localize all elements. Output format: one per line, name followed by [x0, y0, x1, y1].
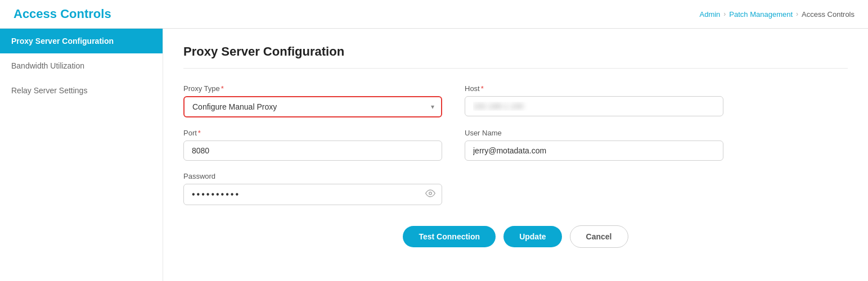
form-group-host: Host* [465, 84, 723, 117]
password-input[interactable] [183, 184, 442, 205]
breadcrumb-sep-1: › [723, 10, 726, 18]
port-required: * [198, 129, 201, 137]
svg-point-0 [429, 192, 432, 195]
form-group-port: Port* [183, 129, 442, 161]
cancel-button[interactable]: Cancel [570, 225, 628, 248]
eye-icon[interactable] [425, 188, 435, 201]
form-group-username: User Name [465, 129, 723, 161]
sidebar: Proxy Server Configuration Bandwidth Uti… [0, 29, 163, 281]
host-required: * [481, 84, 484, 93]
sidebar-item-bandwidth[interactable]: Bandwidth Utilization [0, 53, 163, 78]
test-connection-button[interactable]: Test Connection [403, 226, 496, 247]
main-content: Proxy Server Configuration Proxy Type* C… [163, 29, 868, 281]
section-title: Proxy Server Configuration [183, 44, 848, 69]
breadcrumb-patch-management[interactable]: Patch Management [729, 10, 793, 19]
form-group-proxy-type: Proxy Type* Configure Manual Proxy No Pr… [183, 84, 442, 117]
breadcrumb-current: Access Controls [802, 10, 854, 19]
proxy-type-label: Proxy Type* [183, 84, 442, 93]
update-button[interactable]: Update [503, 226, 561, 247]
password-wrapper [183, 184, 442, 205]
port-input[interactable] [183, 140, 442, 161]
username-label: User Name [465, 129, 723, 137]
sidebar-item-relay-server[interactable]: Relay Server Settings [0, 78, 163, 103]
form-grid: Proxy Type* Configure Manual Proxy No Pr… [183, 84, 723, 205]
proxy-type-select[interactable]: Configure Manual Proxy No Proxy Use Syst… [185, 97, 441, 116]
header: Access Controls Admin › Patch Management… [0, 0, 868, 29]
form-group-password: Password [183, 172, 442, 205]
breadcrumb: Admin › Patch Management › Access Contro… [699, 10, 854, 19]
password-label: Password [183, 172, 442, 180]
username-input[interactable] [465, 140, 723, 161]
host-label: Host* [465, 84, 723, 93]
breadcrumb-admin[interactable]: Admin [699, 10, 720, 19]
host-input[interactable] [465, 96, 723, 116]
page-wrapper: Access Controls Admin › Patch Management… [0, 0, 868, 281]
buttons-row: Test Connection Update Cancel [183, 225, 848, 248]
breadcrumb-sep-2: › [796, 10, 798, 18]
port-label: Port* [183, 129, 442, 137]
sidebar-item-proxy-server[interactable]: Proxy Server Configuration [0, 29, 163, 53]
content-area: Proxy Server Configuration Bandwidth Uti… [0, 29, 868, 281]
proxy-type-wrapper: Configure Manual Proxy No Proxy Use Syst… [183, 96, 442, 117]
proxy-type-required: * [221, 84, 224, 93]
page-title: Access Controls [14, 7, 111, 21]
form-empty-cell [465, 172, 723, 205]
